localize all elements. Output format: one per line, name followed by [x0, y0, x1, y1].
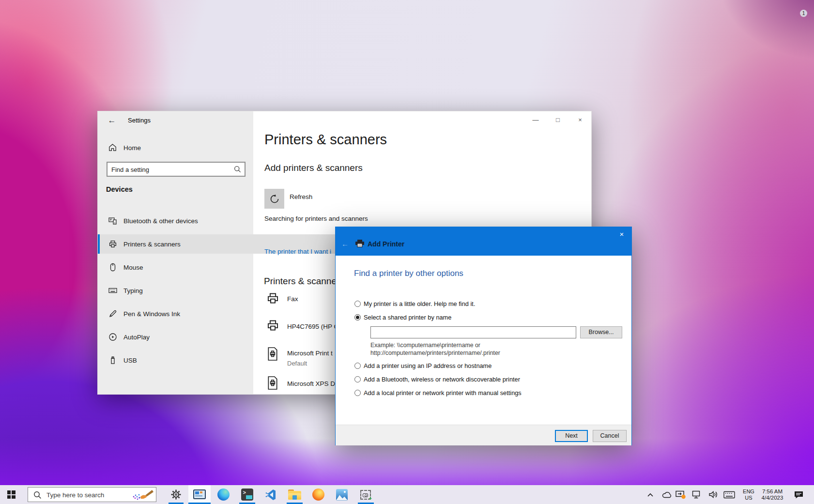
- photos-icon: [336, 489, 348, 501]
- firefox-icon: [312, 489, 324, 501]
- window-title: Settings: [128, 117, 151, 124]
- home-icon: [108, 143, 117, 152]
- example-text-line1: Example: \\computername\printername or: [370, 342, 480, 349]
- printer-icon: [355, 239, 365, 247]
- pen-icon: [108, 309, 117, 318]
- tray-network-icon[interactable]: [691, 485, 703, 504]
- printer-name[interactable]: Microsoft Print t: [287, 350, 333, 357]
- option-local-manual[interactable]: Add a local printer or network printer w…: [336, 389, 631, 398]
- taskbar-photos-app[interactable]: [331, 485, 353, 504]
- taskbar-firefox-app[interactable]: [307, 485, 329, 504]
- radio-label: Add a Bluetooth, wireless or network dis…: [364, 376, 520, 383]
- taskbar-edge-app[interactable]: [212, 485, 234, 504]
- tray-display-sync-icon[interactable]: [675, 485, 687, 504]
- printer-name[interactable]: Microsoft XPS D: [287, 380, 335, 387]
- printer-default-label: Default: [287, 360, 307, 367]
- gear-icon: [170, 489, 182, 500]
- windows-logo-icon: [7, 490, 15, 499]
- sidebar-item-label: AutoPlay: [123, 334, 150, 341]
- printer-name[interactable]: Fax: [287, 295, 298, 303]
- desktop: ← Settings — □ × Home Devices Bluetooth …: [0, 0, 814, 504]
- settings-search-box: [107, 162, 246, 177]
- sidebar-item-label: Typing: [123, 287, 143, 294]
- print-to-file-icon: [266, 376, 279, 390]
- language-region: US: [743, 495, 754, 501]
- sidebar-item-label: Pen & Windows Ink: [123, 310, 180, 318]
- dialog-title: Add Printer: [368, 240, 404, 248]
- taskbar-search-input[interactable]: [46, 489, 130, 501]
- tray-chevron-up-icon[interactable]: [645, 485, 656, 504]
- tray-action-center-icon[interactable]: [792, 485, 805, 504]
- refresh-label: Refresh: [290, 193, 312, 200]
- radio-label: Add a local printer or network printer w…: [364, 389, 522, 397]
- printer-not-listed-link[interactable]: The printer that I want i: [264, 248, 331, 255]
- printer-name[interactable]: HP4C7695 (HP O: [287, 323, 339, 330]
- dialog-back-arrow-icon[interactable]: ←: [341, 240, 349, 248]
- radio-label: Select a shared printer by name: [364, 314, 451, 321]
- taskbar-active-window-app[interactable]: [188, 485, 211, 504]
- browse-button[interactable]: Browse...: [580, 326, 622, 338]
- settings-search-input[interactable]: [110, 164, 229, 176]
- minimize-button[interactable]: —: [524, 111, 547, 129]
- cancel-button[interactable]: Cancel: [593, 430, 627, 442]
- radio-label: My printer is a little older. Help me fi…: [364, 300, 475, 307]
- search-status-text: Searching for printers and scanners: [264, 215, 368, 222]
- example-text-line2: http://computername/printers/printername…: [370, 350, 500, 356]
- usb-icon: [108, 356, 117, 365]
- radio-label: Add a printer using an IP address or hos…: [364, 362, 491, 369]
- language-code: ENG: [743, 489, 754, 495]
- taskbar-file-explorer-app[interactable]: [283, 485, 306, 504]
- print-to-file-icon: [266, 347, 279, 361]
- back-arrow-icon[interactable]: ←: [106, 115, 118, 126]
- dialog-footer: Next Cancel: [336, 425, 631, 445]
- folder-icon: [288, 489, 301, 500]
- plus-badge-icon: +: [369, 495, 372, 501]
- radio-icon[interactable]: [354, 363, 361, 369]
- tray-clock[interactable]: 7:56 AM 4/4/2023: [755, 485, 789, 504]
- option-ip-address[interactable]: Add a printer using an IP address or hos…: [336, 362, 631, 371]
- clock-time: 7:56 AM: [762, 489, 783, 495]
- tray-onedrive-icon[interactable]: [661, 485, 673, 504]
- sidebar-item-label: USB: [123, 357, 137, 364]
- sidebar-section-devices: Devices: [106, 185, 133, 193]
- taskbar-terminal-app[interactable]: >: [236, 485, 258, 504]
- option-bluetooth-wireless[interactable]: Add a Bluetooth, wireless or network dis…: [336, 375, 631, 385]
- search-icon[interactable]: [234, 166, 241, 173]
- sidebar-item-label: Home: [123, 144, 141, 152]
- clock-date: 4/4/2023: [762, 495, 783, 501]
- maximize-button[interactable]: □: [547, 111, 569, 129]
- snipping-tool-icon: +: [360, 490, 371, 500]
- vscode-icon: [265, 489, 276, 501]
- start-button[interactable]: [0, 485, 22, 504]
- taskbar-vscode-app[interactable]: [260, 485, 282, 504]
- next-button[interactable]: Next: [555, 430, 588, 442]
- edge-browser-icon: [217, 489, 230, 501]
- refresh-button[interactable]: [264, 189, 284, 209]
- refresh-icon: [269, 194, 280, 204]
- printer-icon: [108, 240, 117, 248]
- display-settings-icon: [193, 489, 206, 500]
- radio-icon[interactable]: [354, 376, 361, 382]
- printers-list-section-title: Printers & scanne: [264, 276, 337, 287]
- tray-touch-keyboard-icon[interactable]: [722, 485, 736, 504]
- search-icon: [33, 491, 42, 499]
- autoplay-icon: [108, 333, 117, 341]
- dialog-heading: Find a printer by other options: [354, 269, 463, 278]
- close-button[interactable]: ×: [569, 111, 591, 129]
- shared-printer-name-input[interactable]: [370, 326, 576, 338]
- dialog-close-icon[interactable]: ×: [616, 229, 628, 239]
- option-shared-printer[interactable]: Select a shared printer by name: [336, 313, 631, 323]
- sidebar-item-label: Bluetooth & other devices: [123, 217, 198, 225]
- paintbrush-graphic-icon: [131, 489, 154, 501]
- radio-selected-icon[interactable]: [354, 314, 361, 321]
- taskbar-snipping-tool-app[interactable]: +: [354, 485, 377, 504]
- terminal-icon: >: [241, 489, 253, 501]
- add-printers-section-title: Add printers & scanners: [264, 163, 363, 173]
- radio-icon[interactable]: [354, 301, 361, 307]
- tray-volume-icon[interactable]: [707, 485, 720, 504]
- tray-language-indicator[interactable]: ENG US: [740, 485, 757, 504]
- taskbar-settings-app[interactable]: [165, 485, 187, 504]
- radio-icon[interactable]: [354, 390, 361, 396]
- option-older-printer[interactable]: My printer is a little older. Help me fi…: [336, 300, 631, 309]
- printer-icon: [266, 291, 279, 305]
